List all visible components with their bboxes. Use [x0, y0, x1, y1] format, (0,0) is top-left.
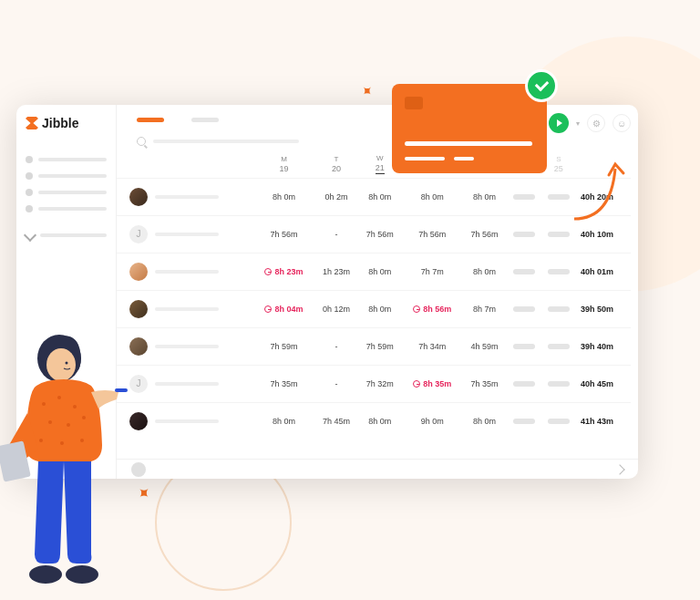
main-panel: M19T20W21T22F23S24S25 8h 0m0h 2m8h 0m8h …: [117, 105, 638, 479]
total-cell: 41h 43m: [576, 402, 631, 440]
name-cell: J: [117, 215, 253, 253]
clock-icon: [264, 268, 272, 275]
time-cell[interactable]: 9h 0m: [402, 402, 463, 440]
total-cell: 39h 50m: [576, 290, 631, 327]
clock-icon: [264, 305, 272, 313]
time-cell[interactable]: 7h 7m: [402, 253, 463, 290]
day-header[interactable]: T20: [314, 151, 358, 178]
name-cell: [117, 290, 253, 327]
time-cell[interactable]: 0h 2m: [314, 178, 358, 215]
avatar: J: [129, 225, 148, 243]
table-row[interactable]: 8h 0m7h 45m8h 0m9h 0m8h 0m41h 43m: [117, 402, 631, 440]
table-row[interactable]: 8h 0m0h 2m8h 0m8h 0m8h 0m40h 20m: [117, 178, 631, 215]
time-cell[interactable]: 7h 59m: [253, 327, 314, 365]
svg-point-8: [82, 416, 86, 419]
time-cell[interactable]: 8h 04m: [253, 290, 314, 327]
svg-point-7: [67, 423, 70, 427]
nav-item[interactable]: [26, 189, 107, 196]
time-cell[interactable]: 7h 56m: [463, 215, 507, 253]
user-icon[interactable]: ☺: [612, 114, 631, 132]
weekend-cell: [541, 253, 576, 290]
weekend-cell: [506, 327, 540, 365]
brand-name: Jibble: [42, 116, 78, 130]
time-cell[interactable]: 7h 59m: [358, 327, 402, 365]
day-header[interactable]: M19: [253, 151, 314, 178]
svg-point-15: [66, 565, 98, 584]
time-cell[interactable]: 7h 34m: [402, 327, 463, 365]
weekend-cell: [541, 402, 576, 440]
credit-card-illustration: [392, 84, 547, 173]
total-cell: 39h 40m: [576, 327, 631, 365]
table-row[interactable]: 7h 59m-7h 59m7h 34m4h 59m39h 40m: [117, 327, 631, 365]
search-input[interactable]: [153, 140, 299, 143]
svg-point-4: [57, 396, 61, 399]
clock-icon: [413, 305, 420, 313]
logo-icon: [26, 117, 38, 129]
settings-icon[interactable]: ⚙: [587, 114, 605, 132]
svg-point-2: [66, 362, 68, 365]
table-row[interactable]: 8h 04m0h 12m8h 0m8h 56m8h 7m39h 50m: [117, 290, 631, 327]
search-icon: [137, 137, 146, 146]
time-cell[interactable]: 4h 59m: [463, 327, 507, 365]
time-cell[interactable]: 8h 0m: [358, 402, 402, 440]
dropdown-caret-icon[interactable]: ▾: [576, 119, 580, 128]
avatar: [129, 188, 148, 206]
svg-point-5: [73, 405, 77, 409]
svg-rect-12: [115, 388, 128, 392]
table-row[interactable]: 8h 23m1h 23m8h 0m7h 7m8h 0m40h 01m: [117, 253, 631, 290]
footer-bar: [117, 459, 638, 479]
collapse-toggle[interactable]: [26, 231, 107, 240]
time-cell[interactable]: 7h 32m: [358, 365, 402, 402]
time-cell[interactable]: 1h 23m: [314, 253, 358, 290]
table-row[interactable]: J7h 35m-7h 32m8h 35m7h 35m40h 45m: [117, 365, 631, 402]
nav-item[interactable]: [26, 172, 107, 180]
svg-point-3: [42, 402, 46, 406]
weekend-cell: [541, 327, 576, 365]
weekend-cell: [506, 178, 540, 215]
time-cell[interactable]: 8h 0m: [463, 402, 507, 440]
time-cell[interactable]: 7h 56m: [402, 215, 463, 253]
time-cell[interactable]: 8h 0m: [463, 178, 507, 215]
time-cell[interactable]: 8h 35m: [402, 365, 463, 402]
total-cell: 40h 45m: [576, 365, 631, 402]
svg-point-10: [60, 441, 64, 445]
time-cell[interactable]: 8h 0m: [402, 178, 463, 215]
time-cell[interactable]: 0h 12m: [314, 290, 358, 327]
time-cell[interactable]: 7h 56m: [358, 215, 402, 253]
svg-point-9: [39, 439, 43, 442]
time-cell[interactable]: 8h 0m: [463, 253, 507, 290]
svg-point-1: [46, 348, 76, 381]
svg-point-11: [80, 439, 84, 442]
time-cell[interactable]: 7h 35m: [253, 365, 314, 402]
weekend-cell: [541, 365, 576, 402]
name-cell: [117, 178, 253, 215]
weekend-cell: [506, 365, 540, 402]
chevron-right-icon[interactable]: [614, 464, 624, 474]
svg-point-6: [48, 420, 52, 424]
total-cell: 40h 01m: [576, 253, 631, 290]
time-cell[interactable]: 7h 56m: [253, 215, 314, 253]
nav-item[interactable]: [26, 156, 107, 163]
time-cell[interactable]: -: [314, 215, 358, 253]
time-cell[interactable]: 8h 7m: [463, 290, 507, 327]
table-row[interactable]: J7h 56m-7h 56m7h 56m7h 56m40h 10m: [117, 215, 631, 253]
weekend-cell: [506, 215, 540, 253]
weekend-cell: [541, 290, 576, 327]
clock-icon: [413, 380, 420, 388]
time-cell[interactable]: 8h 0m: [358, 290, 402, 327]
weekend-cell: [506, 290, 540, 327]
clock-in-button[interactable]: [549, 113, 569, 133]
person-illustration: [0, 326, 146, 600]
time-cell[interactable]: -: [314, 365, 358, 402]
time-cell[interactable]: -: [314, 327, 358, 365]
nav-item[interactable]: [26, 205, 107, 212]
time-cell[interactable]: 8h 56m: [402, 290, 463, 327]
time-cell[interactable]: 8h 0m: [253, 178, 314, 215]
brand-logo[interactable]: Jibble: [26, 116, 107, 130]
time-cell[interactable]: 8h 0m: [358, 178, 402, 215]
time-cell[interactable]: 8h 0m: [253, 402, 314, 440]
time-cell[interactable]: 8h 0m: [358, 253, 402, 290]
time-cell[interactable]: 7h 35m: [463, 365, 507, 402]
time-cell[interactable]: 7h 45m: [314, 402, 358, 440]
time-cell[interactable]: 8h 23m: [253, 253, 314, 290]
